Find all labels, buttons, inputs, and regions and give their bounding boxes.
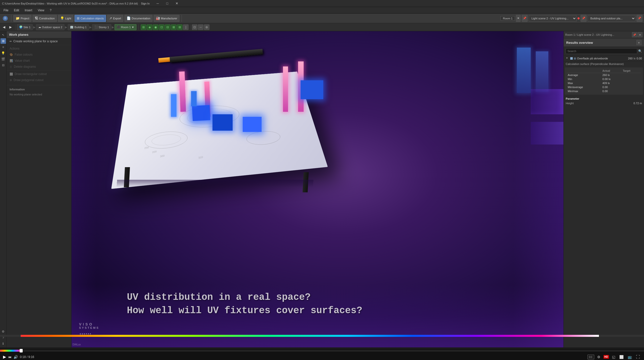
view-3d-icon[interactable]: ⊡ bbox=[192, 24, 197, 30]
fullscreen-button[interactable]: ⛶ bbox=[635, 354, 641, 360]
false-colours-label: False colours bbox=[15, 53, 32, 56]
signin-btn[interactable]: Sign In bbox=[138, 0, 153, 7]
progress-fill bbox=[0, 350, 21, 352]
blue-fixture-small-2 bbox=[191, 91, 197, 106]
row-max-actual: 409 lx bbox=[601, 81, 622, 85]
toolbar-project[interactable]: 📁 Project bbox=[13, 15, 31, 22]
room-nav-label: Room 1 bbox=[121, 26, 131, 29]
building-dropdown[interactable]: Building and outdoor pla... bbox=[588, 15, 635, 22]
left-icon-settings[interactable]: ⚙ bbox=[1, 329, 6, 334]
toolbar-calc-objects[interactable]: ⊞ Calculation objects bbox=[75, 15, 106, 22]
skip-back-button[interactable]: ⏮ bbox=[8, 355, 12, 359]
left-icon-layers[interactable]: ≡ bbox=[1, 44, 6, 50]
toolbar-construction[interactable]: 🏗 Construction bbox=[32, 15, 57, 22]
left-icon-scene[interactable]: 🎬 bbox=[1, 56, 6, 62]
height-param-row: Height 0.72 m bbox=[566, 101, 642, 105]
height-value: 0.72 m bbox=[633, 102, 642, 105]
view-extra-icon[interactable]: ⊛ bbox=[204, 24, 209, 30]
maximize-btn[interactable]: □ bbox=[163, 0, 172, 7]
table-row: Max 409 lx bbox=[567, 81, 641, 85]
menu-help[interactable]: ? bbox=[47, 8, 54, 13]
left-icon-info[interactable]: ℹ bbox=[1, 341, 6, 346]
left-icon-calc[interactable]: ⊟ bbox=[1, 62, 6, 68]
titlebar-controls: Sign In ─ □ ✕ bbox=[138, 0, 181, 7]
rp-pin-btn[interactable]: 📌 bbox=[632, 32, 637, 37]
panel-info-text: No working plane selected bbox=[7, 92, 71, 97]
toolbar-documentation[interactable]: 📄 Documentation bbox=[124, 15, 153, 22]
rp-layout-btn[interactable]: ≡ bbox=[636, 40, 641, 45]
view-measure-icon[interactable]: ↔ bbox=[198, 24, 203, 30]
settings-button[interactable]: ⚙ bbox=[596, 354, 601, 360]
nav-sep-1: ▶ bbox=[33, 25, 35, 29]
nav-building[interactable]: 🏢 Building 1 bbox=[68, 24, 89, 30]
room-close-btn[interactable]: ✕ bbox=[516, 15, 521, 22]
bg-column-1 bbox=[517, 48, 531, 93]
menu-edit[interactable]: Edit bbox=[11, 8, 22, 13]
toolbar-light[interactable]: 💡 Light bbox=[58, 15, 74, 22]
svg-point-12 bbox=[86, 333, 87, 334]
view-icon-8[interactable]: | bbox=[183, 24, 189, 30]
calc-icon: ⊞ bbox=[77, 16, 80, 20]
panel-create-workplane[interactable]: ✏ Create working plane for a space bbox=[7, 38, 71, 44]
nav-room[interactable]: ⬛ Room 1 ▼ bbox=[115, 24, 136, 30]
right-search: 🔍 bbox=[564, 47, 644, 56]
delete-icon: 🗑 bbox=[10, 65, 12, 68]
toolbar-export[interactable]: ↗ Export bbox=[107, 15, 123, 22]
view-icon-4[interactable]: ⊡ bbox=[159, 24, 164, 30]
left-panel: Work planes ✏ Create working plane for a… bbox=[7, 31, 71, 347]
nav-forward-btn[interactable]: ▶ bbox=[8, 24, 14, 30]
table-row: Min/max 0.00 bbox=[567, 89, 641, 93]
parameter-section: Parameter Height 0.72 m bbox=[564, 96, 644, 107]
overflade-row[interactable]: ▼ ⊞ Overflade på skriveborde 260 lx 0.00 bbox=[564, 56, 644, 61]
view-icon-1[interactable]: ⊞ bbox=[141, 24, 146, 30]
overlay-line-2: How well will UV fixtures cover surfaces… bbox=[127, 304, 362, 317]
menu-insert[interactable]: Insert bbox=[22, 8, 35, 13]
blue-fixture-4 bbox=[301, 80, 323, 99]
theater-button[interactable]: ⬜ bbox=[618, 354, 625, 360]
progress-bar[interactable] bbox=[0, 350, 644, 352]
panel-false-colours: 🎨 False colours bbox=[7, 52, 71, 58]
svg-point-11 bbox=[84, 333, 85, 334]
close-btn[interactable]: ✕ bbox=[172, 0, 181, 7]
time-current: 0:18 bbox=[20, 355, 26, 359]
search-input[interactable] bbox=[566, 48, 637, 54]
panel-poly-cutout: ⬟ Draw polygonal cutout bbox=[7, 77, 71, 83]
nav-site[interactable]: 🌍 Site 1 bbox=[17, 24, 33, 30]
volume-button[interactable]: 🔊 bbox=[14, 355, 18, 359]
miniplayer-button[interactable]: ◱ bbox=[611, 354, 616, 360]
target-value: 0.00 bbox=[637, 57, 642, 60]
view-icon-2[interactable]: ◈ bbox=[147, 24, 152, 30]
left-icon-light[interactable]: 💡 bbox=[1, 50, 6, 56]
menu-view[interactable]: View bbox=[35, 8, 47, 13]
rect-icon: ⬜ bbox=[10, 73, 13, 76]
menu-file[interactable]: File bbox=[1, 8, 11, 13]
cast-button[interactable]: 📺 bbox=[627, 354, 633, 360]
building-pin-btn[interactable]: 📌 bbox=[636, 15, 642, 22]
minimize-btn[interactable]: ─ bbox=[153, 0, 162, 7]
view-icon-3[interactable]: ◉ bbox=[153, 24, 158, 30]
light-scene-dropdown[interactable]: Light scene 2 - UV Lightning... bbox=[529, 15, 577, 22]
viewport[interactable]: 250 200 300 310 bbox=[71, 31, 563, 347]
view-icon-7[interactable]: ⊞ bbox=[177, 24, 183, 30]
nav-storey[interactable]: ⬛ Storey 1 bbox=[92, 24, 111, 30]
time-duration: 9:16 bbox=[28, 355, 34, 359]
view-icon-5[interactable]: ⊟ bbox=[165, 24, 170, 30]
col-header-label bbox=[567, 69, 601, 73]
room-pin-btn[interactable]: 📌 bbox=[522, 15, 528, 22]
expand-arrow[interactable]: ▼ bbox=[566, 57, 569, 60]
light-scene-pin-btn[interactable]: 📌 bbox=[581, 15, 587, 22]
view-icon-6[interactable]: ⊠ bbox=[171, 24, 176, 30]
rp-close-btn[interactable]: ✕ bbox=[637, 32, 642, 37]
panel-title: Work planes bbox=[7, 31, 71, 38]
toolbar-manufacturer[interactable]: 🏭 Manufacturer bbox=[154, 15, 180, 22]
left-icon-cursor[interactable]: ↖ bbox=[1, 32, 6, 38]
nav-outdoor[interactable]: ☁ Outdoor space 2 bbox=[36, 24, 64, 30]
row-minmax-target bbox=[622, 89, 641, 93]
subtitles-button[interactable]: CC bbox=[588, 355, 594, 359]
svg-point-4 bbox=[246, 130, 282, 146]
progress-handle[interactable] bbox=[20, 349, 23, 352]
building-icon: 🏢 bbox=[70, 25, 74, 29]
nav-back-btn[interactable]: ◀ bbox=[1, 24, 7, 30]
left-icon-workplane[interactable]: ⊞ bbox=[1, 38, 6, 44]
play-button[interactable]: ▶ bbox=[3, 354, 6, 359]
